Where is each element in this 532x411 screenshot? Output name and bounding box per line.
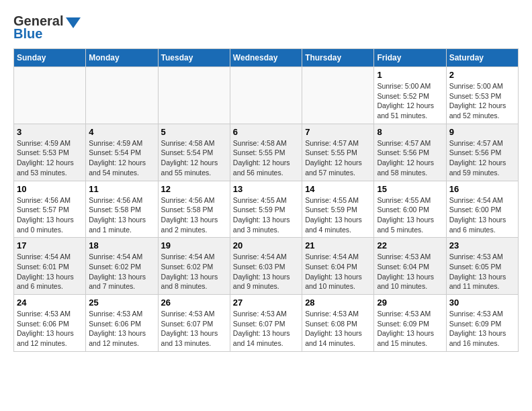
day-number: 8 <box>377 127 443 137</box>
page-header: General Blue <box>13 13 519 42</box>
day-info: Sunrise: 4:54 AMSunset: 6:03 PMDaylight:… <box>233 252 299 291</box>
calendar-cell: 20Sunrise: 4:54 AMSunset: 6:03 PMDayligh… <box>230 238 302 295</box>
calendar-cell <box>158 67 230 124</box>
calendar-cell: 24Sunrise: 4:53 AMSunset: 6:06 PMDayligh… <box>14 295 86 352</box>
calendar-cell: 15Sunrise: 4:55 AMSunset: 6:00 PMDayligh… <box>374 181 446 238</box>
day-number: 17 <box>17 240 83 250</box>
day-info: Sunrise: 4:58 AMSunset: 5:55 PMDaylight:… <box>233 138 299 178</box>
day-number: 26 <box>161 298 227 308</box>
calendar-header-row: SundayMondayTuesdayWednesdayThursdayFrid… <box>14 49 519 67</box>
day-info: Sunrise: 4:53 AMSunset: 6:05 PMDaylight:… <box>449 252 515 291</box>
header-monday: Monday <box>86 49 158 67</box>
calendar-cell: 13Sunrise: 4:55 AMSunset: 5:59 PMDayligh… <box>230 181 302 238</box>
header-friday: Friday <box>374 49 446 67</box>
day-info: Sunrise: 4:55 AMSunset: 5:59 PMDaylight:… <box>305 195 371 235</box>
calendar-cell: 4Sunrise: 4:59 AMSunset: 5:54 PMDaylight… <box>86 124 158 181</box>
day-number: 27 <box>233 298 299 308</box>
calendar-cell: 8Sunrise: 4:57 AMSunset: 5:56 PMDaylight… <box>374 124 446 181</box>
header-sunday: Sunday <box>14 49 86 67</box>
calendar-cell <box>230 67 302 124</box>
logo-blue: Blue <box>13 26 42 42</box>
day-number: 13 <box>233 184 299 194</box>
calendar-cell: 1Sunrise: 5:00 AMSunset: 5:52 PMDaylight… <box>374 67 446 124</box>
day-info: Sunrise: 4:54 AMSunset: 6:01 PMDaylight:… <box>17 252 83 291</box>
day-info: Sunrise: 4:54 AMSunset: 6:04 PMDaylight:… <box>305 252 371 291</box>
day-number: 16 <box>449 184 515 194</box>
calendar-cell <box>302 67 374 124</box>
day-number: 4 <box>89 127 154 137</box>
calendar-cell: 14Sunrise: 4:55 AMSunset: 5:59 PMDayligh… <box>302 181 374 238</box>
calendar-week-2: 3Sunrise: 4:59 AMSunset: 5:53 PMDaylight… <box>14 124 519 181</box>
day-info: Sunrise: 4:59 AMSunset: 5:53 PMDaylight:… <box>17 138 83 178</box>
day-number: 11 <box>89 184 154 194</box>
day-number: 1 <box>377 70 443 80</box>
calendar-cell: 6Sunrise: 4:58 AMSunset: 5:55 PMDaylight… <box>230 124 302 181</box>
day-number: 15 <box>377 184 443 194</box>
day-info: Sunrise: 5:00 AMSunset: 5:53 PMDaylight:… <box>449 81 515 121</box>
calendar-cell: 22Sunrise: 4:53 AMSunset: 6:04 PMDayligh… <box>374 238 446 295</box>
calendar-cell: 16Sunrise: 4:54 AMSunset: 6:00 PMDayligh… <box>446 181 518 238</box>
day-info: Sunrise: 4:53 AMSunset: 6:08 PMDaylight:… <box>305 309 371 349</box>
calendar-cell: 26Sunrise: 4:53 AMSunset: 6:07 PMDayligh… <box>158 295 230 352</box>
day-info: Sunrise: 4:56 AMSunset: 5:58 PMDaylight:… <box>161 195 227 235</box>
calendar-cell: 30Sunrise: 4:53 AMSunset: 6:09 PMDayligh… <box>446 295 518 352</box>
day-number: 10 <box>17 184 83 194</box>
logo: General Blue <box>13 13 81 42</box>
day-number: 29 <box>377 298 443 308</box>
day-number: 9 <box>449 127 515 137</box>
day-info: Sunrise: 4:54 AMSunset: 6:02 PMDaylight:… <box>161 252 227 291</box>
calendar-cell: 29Sunrise: 4:53 AMSunset: 6:09 PMDayligh… <box>374 295 446 352</box>
day-number: 25 <box>89 298 154 308</box>
calendar-cell: 21Sunrise: 4:54 AMSunset: 6:04 PMDayligh… <box>302 238 374 295</box>
calendar-week-5: 24Sunrise: 4:53 AMSunset: 6:06 PMDayligh… <box>14 295 519 352</box>
day-number: 28 <box>305 298 371 308</box>
calendar-week-1: 1Sunrise: 5:00 AMSunset: 5:52 PMDaylight… <box>14 67 519 124</box>
day-info: Sunrise: 4:57 AMSunset: 5:56 PMDaylight:… <box>377 138 443 178</box>
day-number: 5 <box>161 127 227 137</box>
header-wednesday: Wednesday <box>230 49 302 67</box>
calendar-cell: 5Sunrise: 4:58 AMSunset: 5:54 PMDaylight… <box>158 124 230 181</box>
day-info: Sunrise: 4:57 AMSunset: 5:56 PMDaylight:… <box>449 138 515 178</box>
header-tuesday: Tuesday <box>158 49 230 67</box>
day-info: Sunrise: 4:57 AMSunset: 5:55 PMDaylight:… <box>305 138 371 178</box>
calendar-table: SundayMondayTuesdayWednesdayThursdayFrid… <box>13 48 519 352</box>
calendar-cell: 25Sunrise: 4:53 AMSunset: 6:06 PMDayligh… <box>86 295 158 352</box>
calendar-week-3: 10Sunrise: 4:56 AMSunset: 5:57 PMDayligh… <box>14 181 519 238</box>
svg-marker-0 <box>66 17 81 28</box>
day-info: Sunrise: 4:53 AMSunset: 6:07 PMDaylight:… <box>161 309 227 349</box>
calendar-cell <box>14 67 86 124</box>
calendar-week-4: 17Sunrise: 4:54 AMSunset: 6:01 PMDayligh… <box>14 238 519 295</box>
calendar-cell: 23Sunrise: 4:53 AMSunset: 6:05 PMDayligh… <box>446 238 518 295</box>
day-number: 3 <box>17 127 83 137</box>
day-info: Sunrise: 4:53 AMSunset: 6:06 PMDaylight:… <box>89 309 154 349</box>
day-number: 20 <box>233 240 299 250</box>
calendar-cell: 3Sunrise: 4:59 AMSunset: 5:53 PMDaylight… <box>14 124 86 181</box>
day-number: 19 <box>161 240 227 250</box>
header-saturday: Saturday <box>446 49 518 67</box>
day-info: Sunrise: 5:00 AMSunset: 5:52 PMDaylight:… <box>377 81 443 121</box>
day-info: Sunrise: 4:53 AMSunset: 6:06 PMDaylight:… <box>17 309 83 349</box>
calendar-cell: 7Sunrise: 4:57 AMSunset: 5:55 PMDaylight… <box>302 124 374 181</box>
calendar-cell: 9Sunrise: 4:57 AMSunset: 5:56 PMDaylight… <box>446 124 518 181</box>
day-number: 23 <box>449 240 515 250</box>
calendar-cell: 17Sunrise: 4:54 AMSunset: 6:01 PMDayligh… <box>14 238 86 295</box>
calendar-cell: 10Sunrise: 4:56 AMSunset: 5:57 PMDayligh… <box>14 181 86 238</box>
day-number: 18 <box>89 240 154 250</box>
calendar-cell: 12Sunrise: 4:56 AMSunset: 5:58 PMDayligh… <box>158 181 230 238</box>
day-number: 12 <box>161 184 227 194</box>
logo-wave-icon <box>66 15 81 40</box>
day-info: Sunrise: 4:54 AMSunset: 6:00 PMDaylight:… <box>449 195 515 235</box>
day-info: Sunrise: 4:53 AMSunset: 6:09 PMDaylight:… <box>377 309 443 349</box>
calendar-cell <box>86 67 158 124</box>
calendar-cell: 27Sunrise: 4:53 AMSunset: 6:07 PMDayligh… <box>230 295 302 352</box>
day-number: 14 <box>305 184 371 194</box>
calendar-cell: 19Sunrise: 4:54 AMSunset: 6:02 PMDayligh… <box>158 238 230 295</box>
day-info: Sunrise: 4:56 AMSunset: 5:58 PMDaylight:… <box>89 195 154 235</box>
calendar-cell: 18Sunrise: 4:54 AMSunset: 6:02 PMDayligh… <box>86 238 158 295</box>
day-number: 22 <box>377 240 443 250</box>
calendar-cell: 2Sunrise: 5:00 AMSunset: 5:53 PMDaylight… <box>446 67 518 124</box>
day-info: Sunrise: 4:54 AMSunset: 6:02 PMDaylight:… <box>89 252 154 291</box>
day-info: Sunrise: 4:55 AMSunset: 6:00 PMDaylight:… <box>377 195 443 235</box>
day-info: Sunrise: 4:53 AMSunset: 6:07 PMDaylight:… <box>233 309 299 349</box>
day-info: Sunrise: 4:55 AMSunset: 5:59 PMDaylight:… <box>233 195 299 235</box>
